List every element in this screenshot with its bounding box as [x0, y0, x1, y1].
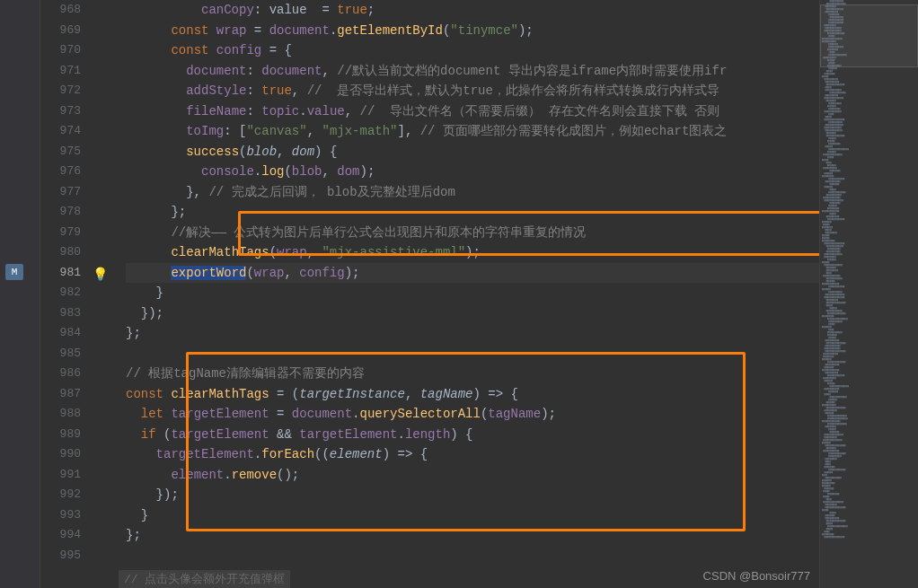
code-line[interactable]: fileName: topic.value, // 导出文件名（不需要后缀） 存…	[126, 101, 819, 122]
code-line[interactable]: // 根据tagName清除编辑器不需要的内容	[126, 364, 819, 384]
code-line[interactable]: }	[126, 505, 819, 526]
code-line[interactable]: };	[126, 323, 819, 344]
line-number: 978	[40, 202, 94, 223]
code-editor: M 96896997097197297397497597697797897998…	[0, 0, 918, 588]
line-number: 970	[40, 40, 94, 61]
bottom-hint: // 点击头像会额外开充值弹框	[119, 570, 290, 588]
left-gutter-panel: M	[0, 0, 40, 588]
minimap-code: █████████████ ██████████████████ ███████…	[822, 0, 916, 539]
line-number: 983	[40, 303, 94, 324]
code-line[interactable]: targetElement.forEach((element) => {	[126, 444, 819, 465]
line-number: 976	[40, 162, 94, 182]
line-number: 992	[40, 485, 94, 505]
line-number: 971	[40, 61, 94, 82]
line-number: 977	[40, 182, 94, 203]
line-number: 988	[40, 404, 94, 425]
code-line[interactable]: element.remove();	[126, 465, 819, 486]
code-line[interactable]: const config = {	[126, 40, 819, 61]
code-line[interactable]: });	[126, 485, 819, 505]
code-line[interactable]: canCopy: value = true;	[126, 0, 819, 21]
line-number: 979	[40, 223, 94, 243]
line-number: 968	[40, 0, 94, 21]
code-line[interactable]: toImg: ["canvas", "mjx-math"], // 页面哪些部分…	[126, 121, 819, 142]
line-number: 984	[40, 323, 94, 344]
code-line[interactable]: };	[126, 202, 819, 223]
line-number: 994	[40, 525, 94, 546]
line-number: 989	[40, 425, 94, 445]
code-line[interactable]: }	[126, 283, 819, 303]
code-line[interactable]	[126, 344, 819, 364]
code-line[interactable]: const wrap = document.getElementById("ti…	[126, 21, 819, 41]
code-line[interactable]: addStyle: true, // 是否导出样式，默认为true，此操作会将所…	[126, 81, 819, 101]
line-number: 975	[40, 142, 94, 162]
code-line[interactable]	[126, 546, 819, 566]
code-line[interactable]: }, // 完成之后回调， blob及完整处理后dom	[126, 182, 819, 203]
code-line[interactable]: if (targetElement && targetElement.lengt…	[126, 425, 819, 445]
bookmark-marker[interactable]: M	[5, 264, 23, 280]
line-number: 990	[40, 444, 94, 465]
line-number: 982	[40, 283, 94, 303]
line-number: 969	[40, 21, 94, 41]
line-number: 987	[40, 384, 94, 405]
line-number: 995	[40, 546, 94, 566]
code-line[interactable]: //解决—— 公式转为图片后单行公式会出现图片和原本的字符串重复的情况	[126, 223, 819, 243]
line-number: 974	[40, 121, 94, 142]
watermark-label: CSDN @Bonsoir777	[703, 569, 810, 583]
code-line[interactable]: exportWord(wrap, config);	[126, 263, 819, 284]
code-line[interactable]: });	[126, 303, 819, 324]
line-number-gutter[interactable]: 9689699709719729739749759769779789799809…	[40, 0, 94, 588]
line-number: 973	[40, 101, 94, 122]
minimap[interactable]: █████████████ ██████████████████ ███████…	[819, 0, 918, 588]
line-number: 972	[40, 81, 94, 101]
line-number: 985	[40, 344, 94, 364]
line-number: 981💡	[40, 263, 94, 284]
code-line[interactable]: console.log(blob, dom);	[126, 162, 819, 182]
code-content-area[interactable]: canCopy: value = true; const wrap = docu…	[94, 0, 819, 588]
line-number: 993	[40, 505, 94, 526]
code-line[interactable]: const clearMathTags = (targetInstance, t…	[126, 384, 819, 405]
code-line[interactable]: let targetElement = document.querySelect…	[126, 404, 819, 425]
line-number: 991	[40, 465, 94, 486]
code-line[interactable]: success(blob, dom) {	[126, 142, 819, 162]
line-number: 980	[40, 242, 94, 263]
code-line[interactable]: clearMathTags(wrap, "mjx-assistive-mml")…	[126, 242, 819, 263]
line-number: 986	[40, 364, 94, 384]
code-line[interactable]: document: document, //默认当前文档的document 导出…	[126, 61, 819, 82]
code-line[interactable]: };	[126, 525, 819, 546]
